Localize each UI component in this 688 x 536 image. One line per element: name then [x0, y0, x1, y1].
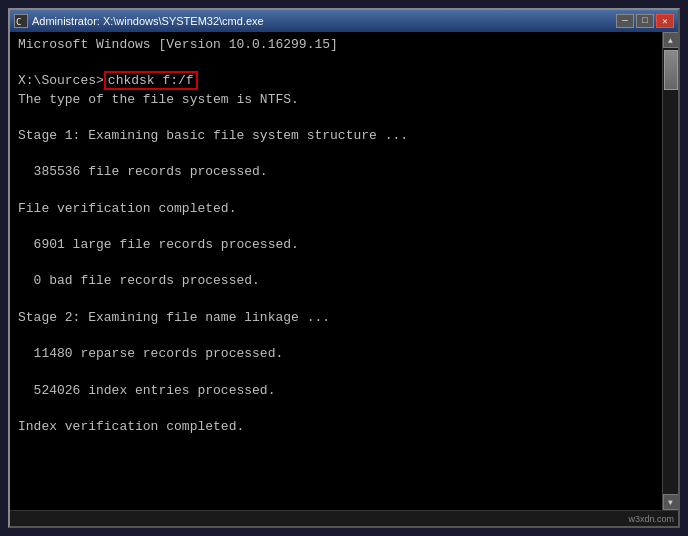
- line-1: Microsoft Windows [Version 10.0.16299.15…: [18, 36, 654, 54]
- line-9: [18, 182, 654, 200]
- line-7: [18, 145, 654, 163]
- minimize-button[interactable]: ─: [616, 14, 634, 28]
- command-text: chkdsk f:/f: [104, 71, 198, 90]
- scroll-down-button[interactable]: ▼: [663, 494, 679, 510]
- line-17: [18, 327, 654, 345]
- line-16: Stage 2: Examining file name linkage ...: [18, 309, 654, 327]
- line-6: Stage 1: Examining basic file system str…: [18, 127, 654, 145]
- line-22: Index verification completed.: [18, 418, 654, 436]
- line-15: [18, 291, 654, 309]
- scroll-up-button[interactable]: ▲: [663, 32, 679, 48]
- line-13: [18, 254, 654, 272]
- line-12: 6901 large file records processed.: [18, 236, 654, 254]
- line-10: File verification completed.: [18, 200, 654, 218]
- window-controls: ─ □ ✕: [616, 14, 674, 28]
- title-bar: C Administrator: X:\windows\SYSTEM32\cmd…: [10, 10, 678, 32]
- prompt-text: X:\Sources>: [18, 73, 104, 88]
- maximize-button[interactable]: □: [636, 14, 654, 28]
- scrollbar[interactable]: ▲ ▼: [662, 32, 678, 510]
- line-2: [18, 54, 654, 72]
- svg-text:C: C: [16, 17, 21, 27]
- title-bar-left: C Administrator: X:\windows\SYSTEM32\cmd…: [14, 14, 264, 28]
- content-area: Microsoft Windows [Version 10.0.16299.15…: [10, 32, 678, 510]
- line-14: 0 bad file records processed.: [18, 272, 654, 290]
- watermark: w3xdn.com: [628, 514, 674, 524]
- scrollbar-track[interactable]: [663, 48, 678, 494]
- cmd-icon: C: [14, 14, 28, 28]
- bottom-bar: w3xdn.com: [10, 510, 678, 526]
- line-21: [18, 400, 654, 418]
- line-4: The type of the file system is NTFS.: [18, 91, 654, 109]
- line-18: 11480 reparse records processed.: [18, 345, 654, 363]
- terminal-output[interactable]: Microsoft Windows [Version 10.0.16299.15…: [10, 32, 662, 510]
- line-5: [18, 109, 654, 127]
- line-8: 385536 file records processed.: [18, 163, 654, 181]
- line-19: [18, 363, 654, 381]
- scrollbar-thumb[interactable]: [664, 50, 678, 90]
- line-20: 524026 index entries processed.: [18, 382, 654, 400]
- window-title: Administrator: X:\windows\SYSTEM32\cmd.e…: [32, 15, 264, 27]
- cmd-window: C Administrator: X:\windows\SYSTEM32\cmd…: [8, 8, 680, 528]
- close-button[interactable]: ✕: [656, 14, 674, 28]
- line-3: X:\Sources>chkdsk f:/f: [18, 72, 654, 90]
- line-11: [18, 218, 654, 236]
